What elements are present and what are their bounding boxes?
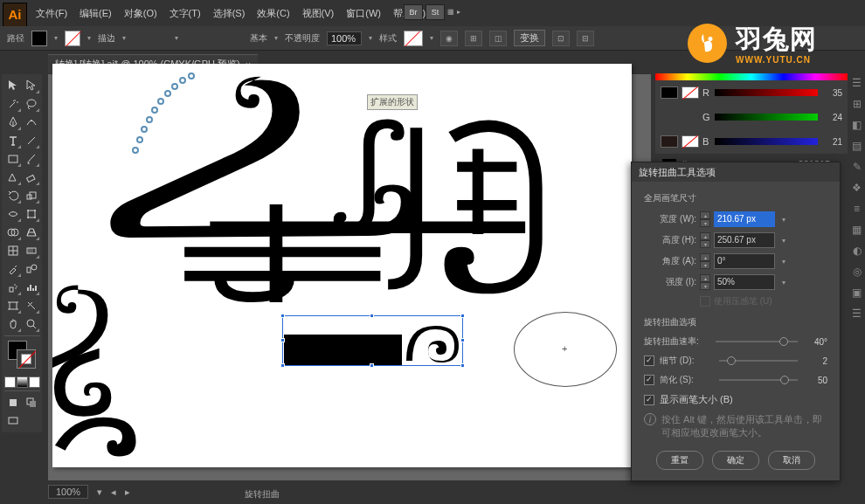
- simplify-checkbox[interactable]: ✓: [644, 375, 654, 385]
- rect-tool[interactable]: [4, 150, 22, 168]
- transform-button[interactable]: 变换: [514, 30, 545, 46]
- width-dropdown-icon[interactable]: ▾: [778, 216, 789, 224]
- panel-icon-layers[interactable]: ☰: [852, 307, 862, 320]
- line-tool[interactable]: [23, 132, 40, 149]
- color-gradient-icon[interactable]: [17, 376, 28, 388]
- simplify-slider[interactable]: [719, 379, 798, 381]
- fill-dropdown[interactable]: [54, 34, 58, 42]
- panel-icon-symbols[interactable]: ❖: [852, 182, 862, 194]
- lasso-tool[interactable]: [23, 95, 40, 113]
- dialog-title[interactable]: 旋转扭曲工具选项: [632, 162, 840, 182]
- zoom-field[interactable]: 100%: [48, 485, 88, 499]
- color-none-icon[interactable]: [29, 376, 40, 388]
- menu-effect[interactable]: 效果(C): [251, 7, 295, 20]
- g-value[interactable]: 24: [821, 113, 842, 122]
- menu-window[interactable]: 窗口(W): [340, 7, 387, 20]
- shaper-tool[interactable]: [4, 169, 22, 186]
- scale-tool[interactable]: [23, 187, 40, 204]
- panel-icon-properties[interactable]: ☰: [852, 77, 862, 89]
- width-field[interactable]: 210.67 px: [714, 211, 775, 227]
- opacity-field[interactable]: 100%: [327, 31, 362, 45]
- fill-swatch[interactable]: [31, 31, 47, 46]
- isolate-icon[interactable]: ⊡: [552, 31, 570, 46]
- arrange-docs-icon[interactable]: ▦: [447, 4, 454, 20]
- b-value[interactable]: 21: [821, 137, 842, 147]
- menu-type[interactable]: 文字(T): [163, 7, 207, 20]
- panel-icon-brushes[interactable]: ✎: [853, 161, 862, 173]
- type-tool[interactable]: [4, 132, 22, 149]
- color-fill-swatch[interactable]: [661, 86, 678, 99]
- width-stepper[interactable]: ▴▾: [700, 211, 710, 227]
- eraser-tool[interactable]: [23, 169, 40, 186]
- g-slider[interactable]: [715, 114, 818, 121]
- free-transform-tool[interactable]: [23, 205, 40, 223]
- rate-slider[interactable]: [716, 341, 798, 342]
- direct-select-tool[interactable]: [23, 77, 40, 94]
- wand-tool[interactable]: [4, 95, 22, 113]
- panel-icon-libs[interactable]: ⊞: [853, 98, 862, 110]
- nav-prev-icon[interactable]: ◂: [111, 487, 116, 498]
- intensity-dropdown-icon[interactable]: ▾: [778, 279, 789, 287]
- r-slider[interactable]: [715, 89, 818, 96]
- selection-tool[interactable]: [4, 77, 22, 94]
- current-stroke-swatch[interactable]: [682, 135, 699, 148]
- r-value[interactable]: 35: [821, 88, 842, 98]
- height-stepper[interactable]: ▴▾: [700, 232, 710, 248]
- opacity-dropdown[interactable]: [369, 34, 372, 42]
- draw-normal-icon[interactable]: [4, 394, 22, 411]
- menu-view[interactable]: 视图(V): [296, 7, 341, 20]
- color-solid-icon[interactable]: [4, 376, 16, 388]
- artboard[interactable]: 扩展的形状: [52, 64, 632, 467]
- cancel-button[interactable]: 取消: [768, 451, 815, 470]
- stroke-weight-dropdown[interactable]: [122, 34, 126, 42]
- hand-tool[interactable]: [4, 315, 22, 333]
- draw-behind-icon[interactable]: [23, 394, 40, 411]
- screen-mode-icon[interactable]: [4, 412, 22, 430]
- eyedropper-tool[interactable]: [4, 260, 22, 278]
- slice-tool[interactable]: [23, 297, 40, 314]
- panel-icon-appearance[interactable]: ◎: [853, 266, 862, 278]
- menu-edit[interactable]: 编辑(E): [73, 7, 118, 20]
- detail-slider[interactable]: [719, 360, 798, 362]
- color-spectrum[interactable]: [655, 73, 848, 80]
- width-tool[interactable]: [4, 205, 22, 223]
- curvature-tool[interactable]: [23, 114, 40, 131]
- height-dropdown-icon[interactable]: ▾: [778, 237, 789, 245]
- shape-icon[interactable]: ◫: [489, 31, 507, 46]
- b-slider[interactable]: [715, 138, 818, 145]
- detail-checkbox[interactable]: ✓: [644, 356, 654, 366]
- menu-object[interactable]: 对象(O): [118, 7, 163, 20]
- panel-icon-swatches[interactable]: ▤: [852, 140, 862, 152]
- symbol-spray-tool[interactable]: [4, 279, 22, 296]
- brush-preview[interactable]: [188, 35, 240, 42]
- intensity-stepper[interactable]: ▴▾: [700, 274, 710, 290]
- stroke-dropdown[interactable]: [87, 34, 91, 42]
- rate-value[interactable]: 40°: [806, 337, 827, 347]
- mesh-tool[interactable]: [4, 242, 22, 259]
- angle-stepper[interactable]: ▴▾: [700, 253, 710, 269]
- recolor-icon[interactable]: ◉: [440, 31, 458, 46]
- height-field[interactable]: 250.67 px: [714, 232, 775, 248]
- show-size-checkbox[interactable]: ✓: [644, 395, 654, 405]
- stroke-color-box[interactable]: [17, 349, 36, 369]
- selected-shape-group[interactable]: [284, 335, 402, 365]
- panel-icon-transparency[interactable]: ◐: [853, 245, 862, 257]
- zoom-dropdown-icon[interactable]: ▾: [97, 487, 102, 498]
- gpu-icon[interactable]: ▸: [457, 4, 460, 20]
- stroke-swatch[interactable]: [65, 31, 80, 46]
- color-stroke-swatch[interactable]: [682, 86, 699, 99]
- pen-tool[interactable]: [4, 114, 22, 131]
- panel-icon-gradient[interactable]: ▦: [852, 224, 862, 236]
- align-icon[interactable]: ⊞: [465, 31, 482, 46]
- artboard-tool[interactable]: [4, 297, 22, 314]
- detail-value[interactable]: 2: [806, 356, 827, 366]
- selection-bounding-box[interactable]: [282, 315, 463, 366]
- var-width-dropdown[interactable]: [175, 34, 178, 42]
- reset-button[interactable]: 重置: [656, 451, 703, 470]
- brush-tool[interactable]: [23, 150, 40, 168]
- blend-tool[interactable]: [23, 260, 40, 278]
- brush-dropdown[interactable]: [274, 34, 278, 42]
- menu-file[interactable]: 文件(F): [30, 7, 73, 20]
- simplify-value[interactable]: 50: [806, 376, 827, 385]
- perspective-tool[interactable]: [23, 224, 40, 241]
